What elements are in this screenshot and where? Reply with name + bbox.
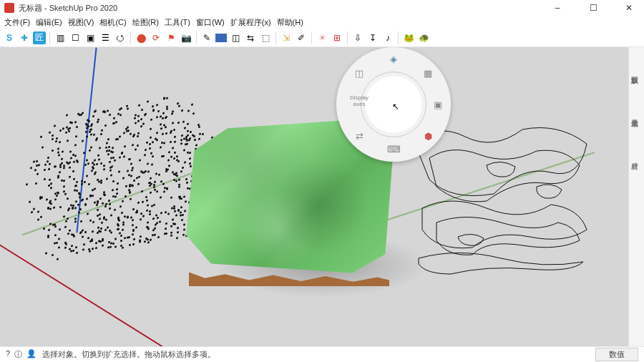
- viewport-3d[interactable]: ◈ ▦ ▣ ⬢ ⌨ ⇄ Display axes ◫ ↖: [0, 47, 628, 346]
- minimize-button[interactable]: –: [547, 3, 568, 13]
- download-icon[interactable]: ⇩: [351, 31, 364, 44]
- save-icon[interactable]: ▣: [84, 31, 97, 44]
- close-button[interactable]: ✕: [618, 3, 640, 13]
- jiang-icon[interactable]: 匠: [33, 31, 46, 44]
- radial-tr-icon[interactable]: ▦: [421, 66, 435, 80]
- tray-tab-3[interactable]: 材质: [629, 133, 639, 176]
- radial-br-icon[interactable]: ⬢: [421, 129, 435, 143]
- app-icon: [4, 3, 14, 13]
- box-icon[interactable]: [215, 34, 227, 42]
- toolbar: S ✚ 匠 ▥ ☐ ▣ ☰ ⭯ ⬤ ⟳ ⚑ 📷 ✎ ◫ ⇆ ⬚ ⇲ ✐ ☀ ⊞ …: [0, 29, 644, 47]
- status-hint: 选择对象。切换到扩充选择。拖动鼠标选择多项。: [42, 349, 215, 360]
- radial-bottom-icon[interactable]: ⌨: [386, 142, 401, 156]
- menu-view[interactable]: 视图(V): [68, 17, 94, 28]
- cursor-icon: ↖: [392, 102, 399, 112]
- radial-top-icon[interactable]: ◈: [386, 52, 401, 66]
- import-icon[interactable]: ↧: [366, 31, 379, 44]
- help-icon[interactable]: ?: [6, 349, 10, 360]
- menu-edit[interactable]: 编辑(E): [36, 17, 62, 28]
- maximize-button[interactable]: ☐: [582, 3, 604, 13]
- menu-camera[interactable]: 相机(C): [99, 17, 126, 28]
- camera-icon[interactable]: 📷: [180, 31, 192, 44]
- swap-icon[interactable]: ⇆: [244, 31, 257, 44]
- open-icon[interactable]: ☐: [69, 31, 82, 44]
- radial-right-icon[interactable]: ▣: [431, 97, 445, 112]
- logo-icon[interactable]: S: [3, 31, 16, 44]
- export-icon[interactable]: ⇲: [280, 31, 293, 44]
- window-title: 无标题 - SketchUp Pro 2020: [19, 3, 117, 14]
- info-icon[interactable]: ⓘ: [14, 349, 22, 360]
- flag-icon[interactable]: ⚑: [165, 31, 177, 44]
- list-icon[interactable]: ☰: [99, 31, 112, 44]
- menu-plugins[interactable]: 扩展程序(x): [230, 17, 271, 28]
- user-icon[interactable]: 👤: [26, 349, 36, 360]
- radial-menu[interactable]: ◈ ▦ ▣ ⬢ ⌨ ⇄ Display axes ◫ ↖: [336, 47, 451, 162]
- record-icon[interactable]: ⬤: [135, 31, 147, 44]
- measurement-box[interactable]: 数值: [595, 348, 638, 361]
- tray-tab-1[interactable]: 默认面板: [629, 47, 639, 90]
- pencil-icon[interactable]: ✎: [200, 31, 213, 44]
- dashed-icon[interactable]: ⬚: [259, 31, 272, 44]
- grid-icon[interactable]: ⊞: [331, 31, 343, 44]
- statusbar: ? ⓘ 👤 选择对象。切换到扩充选择。拖动鼠标选择多项。 数值: [0, 346, 644, 362]
- tray-tab-2[interactable]: 元素信息: [629, 90, 639, 133]
- menu-file[interactable]: 文件(F): [4, 17, 30, 28]
- titlebar: 无标题 - SketchUp Pro 2020 – ☐ ✕: [0, 0, 644, 16]
- add-icon[interactable]: ✚: [18, 31, 31, 44]
- sun-icon[interactable]: ☀: [316, 31, 328, 44]
- panel-icon[interactable]: ◫: [229, 31, 242, 44]
- measurement-label: 数值: [609, 350, 625, 358]
- turtle-icon[interactable]: 🐢: [417, 31, 430, 44]
- audio-icon[interactable]: ♪: [381, 31, 394, 44]
- new-icon[interactable]: ▥: [54, 31, 67, 44]
- menu-tools[interactable]: 工具(T): [165, 17, 190, 28]
- frog-icon[interactable]: 🐸: [402, 31, 415, 44]
- tray-sidebar: 默认面板 元素信息 材质: [628, 47, 644, 346]
- spin-icon[interactable]: ⟳: [150, 31, 162, 44]
- radial-label[interactable]: Display axes: [346, 94, 372, 107]
- menubar: 文件(F) 编辑(E) 视图(V) 相机(C) 绘图(R) 工具(T) 窗口(W…: [0, 16, 644, 29]
- menu-window[interactable]: 窗口(W): [196, 17, 225, 28]
- edit-icon[interactable]: ✐: [295, 31, 308, 44]
- menu-draw[interactable]: 绘图(R): [132, 17, 159, 28]
- refresh-icon[interactable]: ⭯: [114, 31, 127, 44]
- radial-tl-icon[interactable]: ◫: [352, 66, 366, 80]
- radial-bl-icon[interactable]: ⇄: [352, 129, 366, 143]
- menu-help[interactable]: 帮助(H): [277, 17, 303, 28]
